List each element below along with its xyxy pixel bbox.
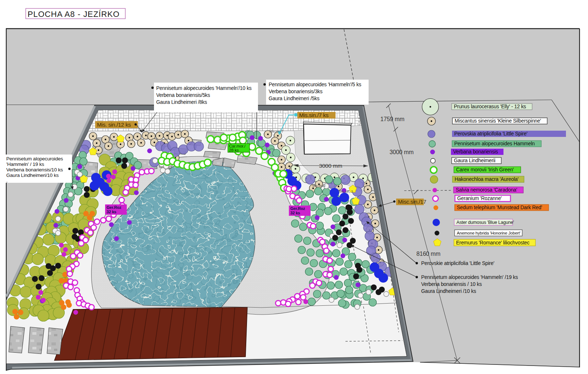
svg-text:Hakonechloa macra 'Aureola': Hakonechloa macra 'Aureola' <box>455 177 519 182</box>
svg-text:28 ks: 28 ks <box>229 148 239 152</box>
svg-text:Mis.sin./7 ks: Mis.sin./7 ks <box>299 112 329 118</box>
svg-text:'Hammeln' / 19 ks: 'Hammeln' / 19 ks <box>6 161 44 167</box>
svg-text:Gaura Lindheimeri /8ks: Gaura Lindheimeri /8ks <box>156 99 207 105</box>
svg-text:Gaura Lindheimeri /5ks: Gaura Lindheimeri /5ks <box>269 96 320 101</box>
svg-text:Gaura Lindheimeri/10 ks: Gaura Lindheimeri/10 ks <box>6 173 59 178</box>
svg-text:32 ks: 32 ks <box>290 211 300 215</box>
svg-text:3000 mm: 3000 mm <box>319 163 342 169</box>
svg-text:Aster dumosus 'Blue Lagune': Aster dumosus 'Blue Lagune' <box>456 220 514 225</box>
svg-text:Geranium 'Rozanne': Geranium 'Rozanne' <box>457 196 502 201</box>
svg-text:32 ks: 32 ks <box>107 210 116 214</box>
svg-text:Carex morovii 'Irish Green': Carex morovii 'Irish Green' <box>456 167 514 173</box>
svg-text:Misc.sin./17: Misc.sin./17 <box>398 199 426 205</box>
svg-text:1759 mm: 1759 mm <box>380 116 404 122</box>
svg-text:Verbena bonariensis/5ks: Verbena bonariensis/5ks <box>156 92 210 98</box>
svg-text:Mis.sin/2: Mis.sin/2 <box>312 184 326 188</box>
svg-text:Mis.sin, 3: Mis.sin, 3 <box>339 189 353 193</box>
svg-text:Ger.Roz: Ger.Roz <box>107 205 122 210</box>
svg-text:3000 mm: 3000 mm <box>390 149 413 155</box>
svg-text:Gaura Lindheimerii: Gaura Lindheimerii <box>454 158 495 163</box>
svg-text:Pennisetum alopecuroides 'Hamm: Pennisetum alopecuroides 'Hammeln'/10 ks <box>156 86 252 91</box>
svg-text:Perovskie atriplicifolia 'Litt: Perovskie atriplicifolia 'Little Spire' <box>421 261 494 266</box>
svg-text:Verbena bonariensis/3ks: Verbena bonariensis/3ks <box>269 89 323 94</box>
svg-text:Gaura Lindheimeri /10 ks: Gaura Lindheimeri /10 ks <box>421 288 476 294</box>
svg-text:Verbena bonariensis / 10 ks: Verbena bonariensis / 10 ks <box>421 282 482 287</box>
svg-text:Pennisetum alopecuroides 'Hamm: Pennisetum alopecuroides 'Hammeln'/5 ks <box>269 82 361 87</box>
svg-text:Perovskia atriplicifolia 'Litt: Perovskia atriplicifolia 'Little Spire' <box>454 131 527 137</box>
svg-text:Mis.sin./7: Mis.sin./7 <box>269 129 283 133</box>
svg-text:.: . <box>6 178 8 184</box>
svg-text:Verbana bonariensis: Verbana bonariensis <box>453 149 498 155</box>
svg-text:Anemone hybrida 'Honorine Jobe: Anemone hybrida 'Honorine Jobert' <box>457 231 520 235</box>
svg-text:Pennisetum alopecuroides Hamme: Pennisetum alopecuroides Hammeln <box>454 141 535 146</box>
svg-text:Miscantus sinensis 'Kleine Sil: Miscantus sinensis 'Kleine Silberspinne' <box>455 118 541 124</box>
svg-text:8160 mm: 8160 mm <box>416 251 440 257</box>
svg-text:Pennisetum alopecuroides 'Hamm: Pennisetum alopecuroides 'Hammeln' /19 k… <box>421 275 518 280</box>
svg-text:Ger.Roz: Ger.Roz <box>290 206 305 211</box>
svg-text:Salvia nemorosa 'Caradona': Salvia nemorosa 'Caradona' <box>456 187 517 193</box>
svg-text:Eremurus 'Romance' liliochvost: Eremurus 'Romance' liliochvostec <box>456 240 530 246</box>
svg-text:Pennisetum alopecuroides: Pennisetum alopecuroides <box>6 156 63 161</box>
svg-text:Mis. sin./12 ks: Mis. sin./12 ks <box>97 121 131 128</box>
svg-text:Sedum telephium 'Munstead Dark: Sedum telephium 'Munstead Dark Red' <box>457 205 542 210</box>
svg-text:Prunus laurocerasus 'Elly' - 1: Prunus laurocerasus 'Elly' - 12 ks <box>454 104 526 109</box>
svg-text:PLOCHA A8 - JEZÍRKO: PLOCHA A8 - JEZÍRKO <box>28 10 120 19</box>
svg-text:Verbena bonariensis/10 ks: Verbena bonariensis/10 ks <box>6 167 63 173</box>
